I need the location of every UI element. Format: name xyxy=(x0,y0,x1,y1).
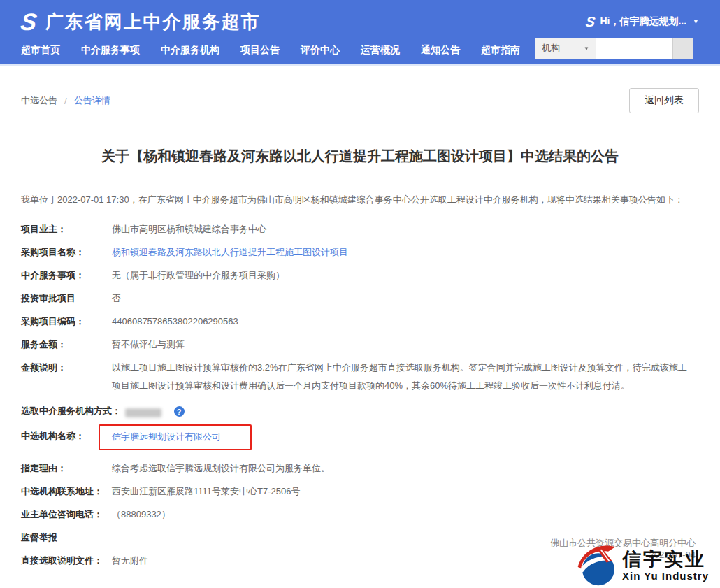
page-title: 关于【杨和镇迎春路及河东路以北人行道提升工程施工图设计项目】中选结果的公告 xyxy=(21,147,699,166)
search-category-label: 机构 xyxy=(542,42,560,55)
field-label: 金额说明： xyxy=(21,361,112,395)
notice-fields: 项目业主： 佛山市高明区杨和镇城建综合事务中心 采购项目名称： 杨和镇迎春路及河… xyxy=(21,222,699,568)
return-to-list-button[interactable]: 返回列表 xyxy=(629,88,699,113)
nav-item-project-notices[interactable]: 项目公告 xyxy=(240,44,280,57)
field-label: 项目业主： xyxy=(21,222,112,236)
chevron-down-icon: ▼ xyxy=(693,18,699,25)
field-row-service-amount: 服务金额： 暂不做评估与测算 xyxy=(21,338,699,352)
company-watermark: 信宇实业 Xin Yu Industry xyxy=(576,544,709,587)
field-row-winner-name: 中选机构名称： 信宇腾远规划设计有限公司 xyxy=(21,429,699,450)
field-value: 以施工项目施工图设计预算审核价的3.2%在广东省网上中介服务超市直接选取服务机构… xyxy=(112,359,699,395)
project-name-link[interactable]: 杨和镇迎春路及河东路以北人行道提升工程施工图设计项目 xyxy=(112,247,348,257)
site-title: 广东省网上中介服务超市 xyxy=(45,10,261,34)
notice-intro: 我单位于2022-07-01 17:30，在广东省网上中介服务超市为佛山市高明区… xyxy=(21,194,699,206)
annotation-highlight-box: 信宇腾远规划设计有限公司 xyxy=(99,424,252,450)
watermark-en-text: Xin Yu Industry xyxy=(622,570,709,582)
field-label: 采购项目名称： xyxy=(21,245,112,259)
field-row-service-item: 中介服务事项： 无（属于非行政管理的中介服务项目采购） xyxy=(21,268,699,282)
breadcrumb-parent[interactable]: 中选公告 xyxy=(21,94,57,107)
field-label: 选取中介服务机构方式： xyxy=(21,404,121,418)
field-label: 中选机构联系地址： xyxy=(21,485,112,499)
field-row-owner: 项目业主： 佛山市高明区杨和镇城建综合事务中心 xyxy=(21,222,699,236)
site-logo[interactable]: S 广东省网上中介服务超市 xyxy=(21,10,261,34)
field-value: （88809332） xyxy=(112,508,171,522)
field-label: 指定理由： xyxy=(21,461,112,475)
field-row-owner-phone: 业主单位咨询电话： （88809332） xyxy=(21,508,699,522)
breadcrumb-current[interactable]: 公告详情 xyxy=(74,94,110,107)
site-header: S 广东省网上中介服务超市 S Hi，信宇腾远规划... ▼ 超市首页 中介服务… xyxy=(0,0,720,66)
watermark-cn-text: 信宇实业 xyxy=(622,549,709,570)
field-value: 暂无附件 xyxy=(112,554,148,568)
field-label: 采购项目编码： xyxy=(21,315,112,329)
nav-item-guide[interactable]: 超市指南 xyxy=(481,44,520,57)
search-input[interactable] xyxy=(596,38,672,59)
breadcrumb-separator: / xyxy=(64,96,67,106)
field-label: 业主单位咨询电话： xyxy=(21,508,112,522)
nav-item-service-orgs[interactable]: 中介服务机构 xyxy=(161,44,219,57)
user-brand-icon: S xyxy=(585,15,595,29)
field-label: 服务金额： xyxy=(21,338,112,352)
user-greeting: Hi，信宇腾远规划... xyxy=(600,15,686,28)
field-label: 直接选取说明文件： xyxy=(21,554,112,568)
field-value: 佛山市高明区杨和镇城建综合事务中心 xyxy=(112,222,266,236)
field-value: 西安曲江新区雁展路1111号莱安中心T7-2506号 xyxy=(112,485,300,499)
nav-item-home[interactable]: 超市首页 xyxy=(21,44,60,57)
main-nav: 超市首页 中介服务事项 中介服务机构 项目公告 评价中心 运营概况 通知公告 超… xyxy=(0,36,720,64)
chevron-down-icon: ▼ xyxy=(584,45,589,52)
nav-item-service-items[interactable]: 中介服务事项 xyxy=(81,44,140,57)
field-label: 中介服务事项： xyxy=(21,268,112,282)
field-row-project-name: 采购项目名称： 杨和镇迎春路及河东路以北人行道提升工程施工图设计项目 xyxy=(21,245,699,259)
help-icon[interactable]: ? xyxy=(174,406,185,417)
search-category-select[interactable]: 机构 ▼ xyxy=(535,38,596,59)
user-menu[interactable]: S Hi，信宇腾远规划... ▼ xyxy=(586,15,699,29)
field-row-winner-address: 中选机构联系地址： 西安曲江新区雁展路1111号莱安中心T7-2506号 xyxy=(21,485,699,499)
search-bar: 机构 ▼ xyxy=(535,38,693,59)
field-value: 综合考虑选取信宇腾远规划设计有限公司为服务单位。 xyxy=(112,461,330,475)
field-row-selection-method: 选取中介服务机构方式： ? xyxy=(21,404,699,418)
site-logo-icon: S xyxy=(20,10,37,34)
field-label: 监督举报 xyxy=(21,531,112,545)
winner-name-link[interactable]: 信宇腾远规划设计有限公司 xyxy=(112,431,221,442)
nav-item-evaluation-center[interactable]: 评价中心 xyxy=(301,44,340,57)
nav-item-operation-overview[interactable]: 运营概况 xyxy=(361,44,400,57)
field-row-reason: 指定理由： 综合考虑选取信宇腾远规划设计有限公司为服务单位。 xyxy=(21,461,699,475)
field-row-amount-note: 金额说明： 以施工项目施工图设计预算审核价的3.2%在广东省网上中介服务超市直接… xyxy=(21,361,699,395)
field-value: 4406087578653802206290563 xyxy=(112,315,238,329)
nav-item-notices[interactable]: 通知公告 xyxy=(421,44,460,57)
redacted-value xyxy=(125,408,161,417)
notice-detail-page: 中选公告 / 公告详情 返回列表 关于【杨和镇迎春路及河东路以北人行道提升工程施… xyxy=(0,89,720,568)
field-row-investment-approval: 投资审批项目 否 xyxy=(21,292,699,306)
field-value: 暂不做评估与测算 xyxy=(112,338,185,352)
field-row-project-code: 采购项目编码： 4406087578653802206290563 xyxy=(21,315,699,329)
search-button[interactable] xyxy=(672,38,693,59)
xinyu-logo-icon xyxy=(576,544,619,587)
field-label: 投资审批项目 xyxy=(21,292,112,306)
breadcrumb: 中选公告 / 公告详情 xyxy=(21,94,110,107)
field-value: 无（属于非行政管理的中介服务项目采购） xyxy=(112,268,285,282)
field-value: 否 xyxy=(112,292,121,306)
